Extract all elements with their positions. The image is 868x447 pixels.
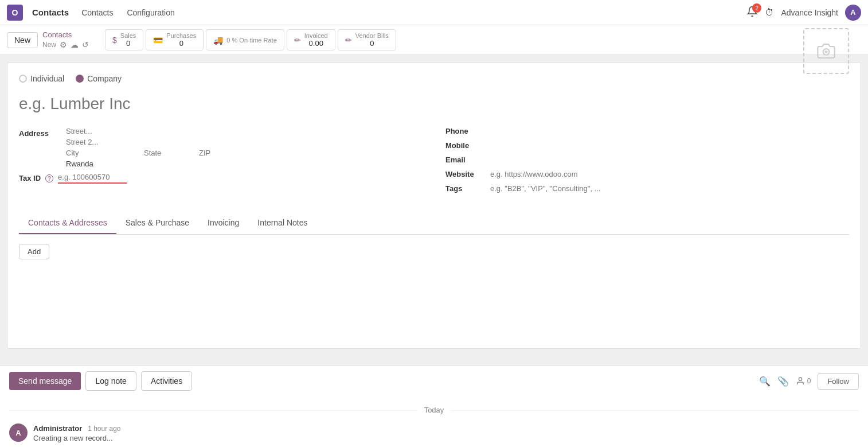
top-nav-right: 2 ⏱ Advance Insight A: [746, 5, 861, 21]
svg-point-3: [799, 378, 801, 380]
followers-count: 0: [807, 377, 811, 385]
sales-value: 0: [120, 39, 136, 48]
settings-icon[interactable]: ⚙: [60, 40, 67, 49]
tax-id-input-wrap: [58, 173, 154, 184]
person-icon: [796, 376, 805, 386]
form-right: Phone Mobile Email Website Tags: [445, 127, 849, 199]
toolbar: New Contacts New ⚙ ☁ ↺ $ Sales 0 💳 Purch…: [0, 25, 868, 55]
nav-contacts[interactable]: Contacts: [78, 6, 116, 20]
tab-contacts-addresses[interactable]: Contacts & Addresses: [19, 212, 116, 234]
form-tabs: Contacts & Addresses Sales & Purchase In…: [19, 212, 849, 235]
website-label: Website: [445, 170, 486, 178]
tags-label: Tags: [445, 184, 486, 193]
street2-input[interactable]: [66, 138, 423, 146]
phone-input[interactable]: [490, 127, 849, 135]
vendor-bills-value: 0: [355, 39, 389, 48]
clock-icon[interactable]: ⏱: [765, 7, 774, 18]
tab-content: Add: [19, 244, 849, 259]
purchases-icon: 💳: [153, 36, 163, 45]
address-label: Address: [19, 127, 59, 138]
purchases-value: 0: [166, 39, 196, 48]
vendor-bills-icon: ✏: [345, 36, 352, 45]
company-label: Company: [87, 74, 122, 83]
company-name-input[interactable]: [19, 95, 849, 113]
street-input[interactable]: [66, 127, 423, 135]
tab-internal-notes[interactable]: Internal Notes: [248, 212, 316, 234]
phone-label: Phone: [445, 127, 486, 135]
activities-button[interactable]: Activities: [141, 371, 192, 391]
follow-button[interactable]: Follow: [818, 373, 859, 390]
mobile-field-row: Mobile: [445, 141, 849, 150]
invoiced-stat-button[interactable]: ✏ Invoiced 0.00: [287, 29, 335, 50]
type-radio-group: Individual Company: [19, 74, 849, 83]
chatter-toolbar: Send message Log note Activities 🔍 📎 0 F…: [0, 365, 868, 397]
vendor-bills-stat-button[interactable]: ✏ Vendor Bills 0: [338, 29, 396, 50]
send-message-button[interactable]: Send message: [9, 372, 81, 390]
chatter-author: Administrator: [33, 424, 82, 433]
chatter-entry: A Administrator 1 hour ago Creating a ne…: [9, 423, 859, 442]
invoiced-label: Invoiced: [304, 32, 328, 39]
stat-buttons: $ Sales 0 💳 Purchases 0 🚚 0 % On-time Ra…: [105, 29, 396, 50]
breadcrumb-parent[interactable]: Contacts: [42, 30, 89, 39]
individual-radio-circle: [19, 75, 27, 83]
chatter-avatar: A: [9, 423, 28, 442]
website-field-row: Website: [445, 170, 849, 178]
tax-id-label: Tax ID: [19, 174, 41, 182]
cloud-icon[interactable]: ☁: [71, 40, 79, 49]
invoiced-icon: ✏: [294, 36, 301, 45]
individual-radio[interactable]: Individual: [19, 74, 64, 83]
notification-count: 2: [752, 3, 761, 13]
tab-sales-purchase[interactable]: Sales & Purchase: [116, 212, 198, 234]
purchases-label: Purchases: [166, 32, 196, 39]
photo-upload-button[interactable]: [803, 28, 849, 74]
company-radio-circle: [76, 75, 84, 83]
nav-configuration[interactable]: Configuration: [123, 6, 178, 20]
chatter-message: Creating a new record...: [33, 434, 121, 442]
tab-invoicing[interactable]: Invoicing: [198, 212, 248, 234]
undo-icon[interactable]: ↺: [82, 40, 89, 49]
email-input[interactable]: [490, 156, 849, 164]
tax-id-input[interactable]: [58, 173, 154, 181]
tax-id-row: Tax ID ?: [19, 173, 423, 184]
user-avatar[interactable]: A: [845, 5, 861, 21]
app-logo[interactable]: O: [7, 5, 23, 21]
chatter-content: Administrator 1 hour ago Creating a new …: [33, 423, 121, 442]
attachment-icon[interactable]: 📎: [777, 376, 789, 387]
address-field-row: Address Rwanda: [19, 127, 423, 168]
email-field-row: Email: [445, 156, 849, 164]
app-name: Contacts: [32, 7, 69, 17]
country-value: Rwanda: [66, 160, 423, 168]
tax-id-underline: [58, 182, 127, 184]
add-button[interactable]: Add: [19, 244, 49, 259]
zip-input[interactable]: [199, 149, 233, 157]
chatter-time: 1 hour ago: [88, 425, 120, 433]
user-display-name: Advance Insight: [781, 8, 838, 17]
tags-input[interactable]: [490, 184, 849, 193]
log-note-button[interactable]: Log note: [85, 371, 136, 391]
website-input[interactable]: [490, 170, 849, 178]
mobile-input[interactable]: [490, 141, 849, 150]
followers-section: 0: [796, 376, 811, 386]
tax-id-help[interactable]: ?: [45, 174, 53, 182]
delivery-icon: 🚚: [213, 36, 223, 45]
city-input[interactable]: [66, 149, 135, 157]
purchases-stat-button[interactable]: 💳 Purchases 0: [146, 29, 204, 50]
tags-field-row: Tags: [445, 184, 849, 193]
vendor-bills-label: Vendor Bills: [355, 32, 389, 39]
state-input[interactable]: [144, 149, 190, 157]
notification-bell[interactable]: 2: [746, 6, 758, 19]
breadcrumb-current: New: [42, 41, 56, 49]
new-button[interactable]: New: [7, 32, 38, 48]
form-card: Individual Company Address: [7, 62, 861, 349]
breadcrumb-icons: New ⚙ ☁ ↺: [42, 40, 89, 49]
main-content: Individual Company Address: [0, 55, 868, 356]
sales-stat-button[interactable]: $ Sales 0: [105, 29, 143, 50]
top-nav: O Contacts Contacts Configuration 2 ⏱ Ad…: [0, 0, 868, 25]
ontime-stat-button[interactable]: 🚚 0 % On-time Rate: [206, 29, 284, 50]
form-left: Address Rwanda Tax ID ?: [19, 127, 423, 199]
search-chatter-icon[interactable]: 🔍: [759, 376, 771, 387]
company-radio[interactable]: Company: [76, 74, 122, 83]
invoiced-value: 0.00: [304, 39, 328, 48]
chatter-today-divider: Today: [9, 406, 859, 414]
individual-label: Individual: [30, 74, 64, 83]
